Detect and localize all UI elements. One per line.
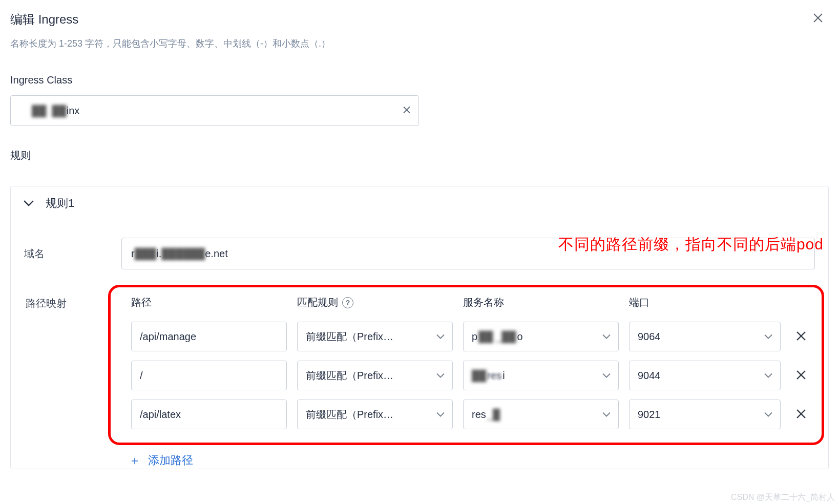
annotation-text: 不同的路径前缀，指向不同的后端pod (558, 234, 824, 255)
add-path-button[interactable]: ＋ 添加路径 (129, 452, 815, 469)
name-hint: 名称长度为 1-253 字符，只能包含小写字母、数字、中划线（-）和小数点（.） (0, 33, 839, 54)
domain-label: 域名 (24, 247, 100, 261)
delete-row-icon[interactable] (791, 407, 811, 423)
col-path: 路径 (131, 296, 287, 309)
path-input[interactable]: /api/manage (131, 322, 287, 351)
service-select[interactable]: p██ _██o (463, 322, 619, 351)
plus-icon: ＋ (129, 452, 141, 469)
help-icon[interactable]: ? (342, 297, 353, 308)
ingress-class-value: ██ ██inx (32, 105, 79, 117)
chevron-down-icon (602, 409, 611, 421)
delete-row-icon[interactable] (791, 329, 811, 345)
service-select[interactable]: ██resi (463, 361, 619, 390)
chevron-down-icon (23, 200, 34, 207)
rule-header[interactable]: 规则1 (11, 186, 828, 229)
path-row: /api/latex 前缀匹配（Prefix… res_█ 9021 (131, 400, 816, 429)
path-mapping-header-row: 路径 匹配规则 ? 服务名称 端口 (131, 296, 816, 309)
port-select[interactable]: 9064 (629, 322, 781, 351)
col-match: 匹配规则 ? (297, 296, 453, 309)
port-select[interactable]: 9044 (629, 361, 781, 390)
path-input[interactable]: / (131, 361, 287, 390)
path-row: / 前缀匹配（Prefix… ██resi 9044 (131, 361, 816, 390)
path-row: /api/manage 前缀匹配（Prefix… p██ _██o 9064 (131, 322, 816, 351)
chevron-down-icon (602, 331, 611, 343)
rule-title: 规则1 (46, 196, 74, 211)
dialog-title: 编辑 Ingress (10, 11, 78, 28)
match-select[interactable]: 前缀匹配（Prefix… (297, 322, 453, 351)
chevron-down-icon (436, 409, 445, 421)
chevron-down-icon (602, 370, 611, 382)
delete-row-icon[interactable] (791, 368, 811, 384)
match-select[interactable]: 前缀匹配（Prefix… (297, 361, 453, 390)
clear-icon[interactable] (403, 105, 411, 117)
chevron-down-icon (436, 370, 445, 382)
port-select[interactable]: 9021 (629, 400, 781, 429)
rules-panel: 规则1 不同的路径前缀，指向不同的后端pod 域名 r███i.██████e.… (10, 186, 829, 469)
col-port: 端口 (629, 296, 781, 309)
chevron-down-icon (764, 331, 773, 343)
path-mapping-highlight: 路径映射 路径 匹配规则 ? 服务名称 端口 /api/manage 前缀匹配（… (108, 285, 824, 445)
add-path-label: 添加路径 (148, 453, 193, 468)
path-mapping-label: 路径映射 (26, 297, 67, 310)
rules-label: 规则 (10, 149, 829, 162)
chevron-down-icon (764, 370, 773, 382)
chevron-down-icon (436, 331, 445, 343)
ingress-class-input-wrap: ██ ██inx (10, 95, 419, 126)
watermark: CSDN @天草二十六_简村人 (731, 492, 835, 503)
dialog-header: 编辑 Ingress (0, 0, 839, 36)
match-select[interactable]: 前缀匹配（Prefix… (297, 400, 453, 429)
chevron-down-icon (764, 409, 773, 421)
path-input[interactable]: /api/latex (131, 400, 287, 429)
ingress-class-label: Ingress Class (10, 74, 829, 86)
col-service: 服务名称 (463, 296, 619, 309)
service-select[interactable]: res_█ (463, 400, 619, 429)
close-icon[interactable] (807, 9, 829, 29)
